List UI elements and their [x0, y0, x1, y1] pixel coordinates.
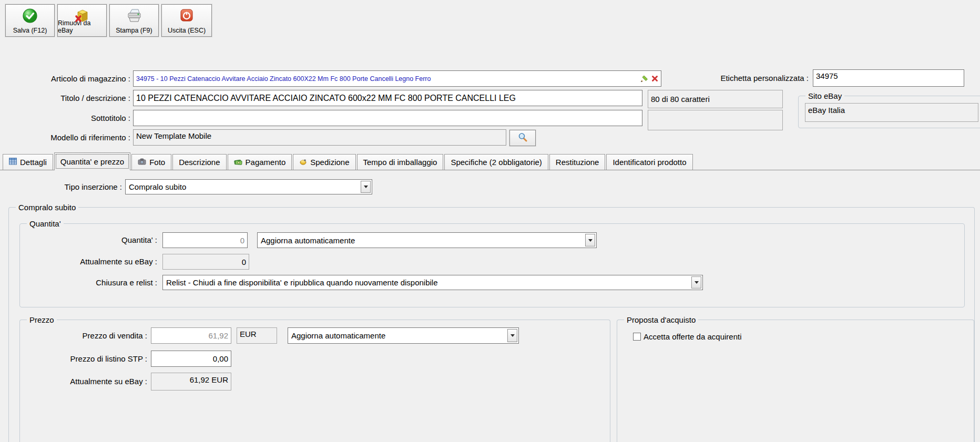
tab-descrizione-label: Descrizione [179, 158, 220, 167]
save-check-icon [22, 8, 38, 26]
template-search-button[interactable] [509, 130, 536, 146]
listing-type-value: Compralo subito [129, 182, 186, 191]
tab-spedizione-label: Spedizione [310, 158, 349, 167]
sale-price-value: 61,92 [208, 331, 228, 340]
currently-on-ebay-price-value: 61,92 EUR [190, 375, 228, 384]
printer-icon [126, 8, 142, 26]
stock-item-field[interactable]: 34975 - 10 Pezzi Catenaccio Avvitare Acc… [133, 70, 661, 87]
tab-restituzione[interactable]: Restituzione [549, 154, 606, 170]
price-update-value: Aggiorna automaticamente [291, 331, 385, 340]
print-button-label: Stampa (F9) [116, 27, 152, 34]
currency-field: EUR [237, 327, 277, 344]
tab-specifiche[interactable]: Specifiche (2 obbligatorie) [444, 154, 548, 170]
stock-item-label: Articolo di magazzino : [21, 70, 130, 87]
quantity-groupbox: Quantita' Quantita' : 0 Aggiorna automat… [19, 223, 965, 307]
price-groupbox: Prezzo Prezzo di vendita : 61,92 EUR Agg… [19, 320, 610, 442]
price-update-combobox[interactable]: Aggiorna automaticamente [288, 327, 519, 344]
template-field: New Template Mobile [133, 129, 506, 146]
currency-value: EUR [240, 330, 257, 338]
print-button[interactable]: Stampa (F9) [109, 4, 159, 37]
subtitle-char-counter [648, 110, 783, 130]
relist-label: Chiusura e relist : [20, 275, 157, 290]
save-button-label: Salva (F12) [13, 27, 47, 34]
tab-pagamento[interactable]: Pagamento [228, 154, 292, 170]
search-icon [518, 132, 528, 144]
quantity-value: 0 [240, 236, 244, 245]
ebay-site-group-title: Sito eBay [805, 91, 844, 101]
ebay-site-groupbox: Sito eBay eBay Italia [798, 96, 980, 128]
best-offer-groupbox: Proposta d'acquisto Accetta offerte da a… [617, 320, 974, 442]
chevron-down-icon[interactable] [361, 181, 371, 193]
subtitle-label: Sottotitolo : [21, 110, 130, 126]
save-button[interactable]: Salva (F12) [5, 4, 55, 37]
title-label: Titolo / descrizione : [21, 90, 130, 106]
exit-button[interactable]: Uscita (ESC) [161, 4, 212, 37]
quantity-update-value: Aggiorna automaticamente [261, 236, 355, 245]
tab-strip: Dettagli Quantita' e prezzo Foto Descriz… [0, 152, 980, 170]
listing-type-label: Tipo inserzione : [21, 179, 122, 194]
currently-on-ebay-qty-label: Attualmente su eBay : [20, 254, 157, 270]
quantity-update-combobox[interactable]: Aggiorna automaticamente [257, 232, 597, 248]
exit-button-label: Uscita (ESC) [168, 27, 206, 34]
currently-on-ebay-price-label: Attualmente su eBay : [20, 373, 147, 390]
tab-identificatori[interactable]: Identificatori prodotto [606, 154, 692, 170]
quantity-label: Quantita' : [20, 232, 157, 248]
remove-from-ebay-button[interactable]: Rimuovi da eBay [57, 4, 107, 37]
currently-on-ebay-qty-value: 0 [242, 258, 246, 266]
best-offer-group-title: Proposta d'acquisto [624, 315, 698, 325]
tab-quantita-e-prezzo[interactable]: Quantita' e prezzo [54, 152, 130, 170]
tab-spedizione[interactable]: Spedizione [293, 154, 355, 170]
tab-pagamento-label: Pagamento [246, 158, 286, 167]
accept-offers-checkbox[interactable] [633, 333, 641, 341]
list-price-label: Prezzo di listino STP : [20, 351, 147, 367]
tab-descrizione[interactable]: Descrizione [172, 154, 226, 170]
money-icon [234, 158, 242, 167]
currently-on-ebay-qty-field: 0 [162, 254, 249, 270]
quantity-input[interactable]: 0 [162, 232, 248, 248]
template-value: New Template Mobile [136, 131, 211, 140]
power-icon [179, 8, 194, 25]
currently-on-ebay-price-field: 61,92 EUR [151, 373, 231, 390]
stock-item-value: 34975 - 10 Pezzi Catenaccio Avvitare Acc… [136, 75, 637, 83]
tab-dettagli-label: Dettagli [20, 158, 47, 167]
custom-label-field[interactable]: 34975 [813, 69, 964, 87]
tab-specifiche-label: Specifiche (2 obbligatorie) [451, 158, 542, 167]
title-field[interactable]: 10 PEZZI CATENACCIO AVVITARE ACCIAIO ZIN… [133, 90, 642, 106]
tab-tempo-imballaggio[interactable]: Tempo di imballaggio [357, 154, 444, 170]
chevron-down-icon[interactable] [691, 276, 701, 289]
buy-it-now-groupbox: Compralo subito Quantita' Quantita' : 0 … [8, 207, 975, 442]
quantity-group-title: Quantita' [27, 219, 64, 229]
list-price-value: 0,00 [213, 354, 228, 363]
delete-x-icon[interactable] [651, 75, 658, 82]
subtitle-field[interactable] [133, 110, 642, 126]
remove-box-icon [74, 8, 90, 26]
accept-offers-label[interactable]: Accetta offerte da acquirenti [644, 332, 742, 341]
camera-icon [138, 158, 146, 167]
tab-identificatori-label: Identificatori prodotto [612, 158, 686, 167]
custom-label-label: Etichetta personalizzata : [678, 70, 809, 87]
package-icon [299, 158, 307, 167]
sale-price-label: Prezzo di vendita : [20, 327, 147, 344]
tab-quantita-label: Quantita' e prezzo [60, 157, 124, 166]
buy-it-now-group-title: Compralo subito [16, 202, 78, 212]
title-char-counter: 80 di 80 caratteri [648, 90, 783, 108]
listing-type-combobox[interactable]: Compralo subito [125, 179, 372, 194]
title-char-counter-text: 80 di 80 caratteri [651, 95, 710, 104]
table-icon [9, 158, 17, 167]
relist-combobox[interactable]: Relist - Chiudi a fine disponibilita' e … [162, 275, 703, 290]
tab-restituzione-label: Restituzione [556, 158, 599, 167]
pencil-icon[interactable] [640, 75, 649, 83]
tab-foto[interactable]: Foto [131, 154, 171, 170]
price-group-title: Prezzo [27, 315, 57, 325]
relist-value: Relist - Chiudi a fine disponibilita' e … [166, 278, 438, 287]
list-price-input[interactable]: 0,00 [151, 351, 231, 367]
sale-price-input[interactable]: 61,92 [151, 327, 231, 344]
tab-tempo-label: Tempo di imballaggio [363, 158, 437, 167]
ebay-site-field: eBay Italia [805, 103, 978, 122]
chevron-down-icon[interactable] [585, 234, 595, 246]
template-label: Modello di riferimento : [21, 129, 130, 146]
chevron-down-icon[interactable] [507, 329, 517, 342]
custom-label-value: 34975 [816, 71, 838, 80]
title-value: 10 PEZZI CATENACCIO AVVITARE ACCIAIO ZIN… [136, 94, 516, 103]
tab-dettagli[interactable]: Dettagli [3, 154, 53, 170]
